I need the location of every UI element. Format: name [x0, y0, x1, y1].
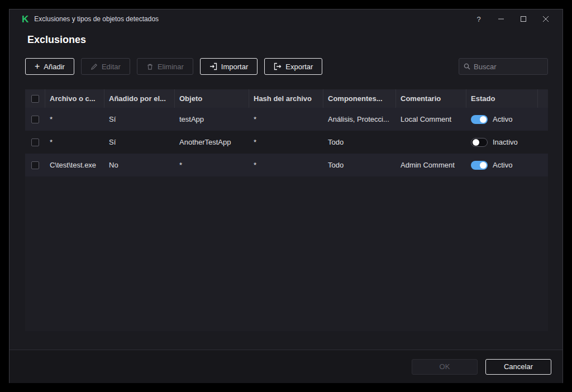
close-icon [543, 16, 549, 22]
maximize-icon [521, 16, 526, 22]
select-all-cell [25, 89, 45, 108]
row-hash: * [249, 138, 323, 146]
row-checkbox[interactable] [31, 116, 39, 123]
row-state-cell: Activo [466, 115, 538, 124]
select-all-checkbox[interactable] [31, 95, 39, 103]
export-button-label: Exportar [285, 63, 313, 71]
page-title: Exclusiones [27, 34, 86, 46]
search-input[interactable] [474, 63, 543, 71]
close-button[interactable] [535, 11, 557, 27]
state-toggle[interactable] [471, 138, 488, 147]
table-row[interactable]: * Sí testApp * Análisis, Protecci... Loc… [25, 108, 548, 131]
row-object: testApp [175, 115, 249, 123]
app-window: K Exclusiones y tipos de objetos detecta… [9, 9, 563, 383]
export-button[interactable]: Exportar [264, 58, 322, 75]
import-button-label: Importar [221, 63, 248, 71]
row-check-cell [25, 138, 45, 146]
col-comment[interactable]: Comentario [396, 89, 466, 108]
table-header: Archivo o c... Añadido por el... Objeto … [25, 89, 548, 108]
add-button-label: Añadir [44, 63, 65, 71]
table-row[interactable]: * Sí AnotherTestApp * Todo Inactivo [25, 131, 548, 154]
delete-button[interactable]: Eliminar [137, 58, 193, 75]
table-body: * Sí testApp * Análisis, Protecci... Loc… [25, 108, 548, 176]
edit-button-label: Editar [102, 63, 121, 71]
help-button[interactable]: ? [468, 11, 490, 27]
row-checkbox[interactable] [31, 161, 39, 169]
col-filler [538, 89, 548, 108]
col-added-by[interactable]: Añadido por el... [104, 89, 175, 108]
col-object[interactable]: Objeto [175, 89, 249, 108]
toolbar: + Añadir Editar Eliminar Importar Expo [25, 58, 548, 75]
col-hash[interactable]: Hash del archivo [249, 89, 323, 108]
kaspersky-logo-icon: K [22, 15, 28, 24]
title-bar: K Exclusiones y tipos de objetos detecta… [9, 9, 563, 28]
row-components: Análisis, Protecci... [323, 115, 396, 123]
row-check-cell [25, 116, 45, 123]
row-object: AnotherTestApp [175, 138, 249, 146]
row-comment: Admin Comment [396, 161, 466, 169]
row-hash: * [249, 115, 323, 123]
row-state-label: Inactivo [493, 138, 518, 146]
maximize-button[interactable] [512, 11, 535, 27]
row-comment: Local Comment [396, 115, 466, 123]
row-hash: * [249, 161, 323, 169]
state-toggle[interactable] [471, 115, 488, 124]
col-file[interactable]: Archivo o c... [45, 89, 104, 108]
row-added: Sí [104, 138, 175, 146]
state-toggle[interactable] [471, 161, 488, 170]
add-button[interactable]: + Añadir [25, 58, 74, 75]
table-row[interactable]: C\test\test.exe No * * Todo Admin Commen… [25, 154, 548, 176]
plus-icon: + [35, 62, 40, 71]
row-file: * [45, 138, 104, 146]
col-components[interactable]: Componentes... [323, 89, 396, 108]
pencil-icon [90, 63, 98, 70]
row-state-label: Activo [493, 115, 512, 123]
minimize-icon [498, 16, 504, 22]
edit-button[interactable]: Editar [81, 58, 130, 75]
row-object: * [175, 161, 249, 169]
row-state-label: Activo [493, 161, 512, 169]
col-state[interactable]: Estado [466, 89, 538, 108]
window-title: Exclusiones y tipos de objetos detectado… [34, 15, 159, 23]
import-icon [209, 63, 217, 70]
footer: OK Cancelar [9, 350, 563, 383]
cancel-button[interactable]: Cancelar [485, 359, 551, 375]
row-file: C\test\test.exe [45, 161, 104, 169]
minimize-button[interactable] [490, 11, 512, 27]
row-checkbox[interactable] [31, 138, 39, 146]
import-button[interactable]: Importar [200, 58, 258, 75]
row-state-cell: Inactivo [466, 138, 538, 147]
row-components: Todo [323, 138, 396, 146]
row-added: Sí [104, 115, 175, 123]
search-icon [464, 63, 470, 70]
row-state-cell: Activo [466, 161, 538, 170]
ok-button[interactable]: OK [412, 359, 478, 375]
row-check-cell [25, 161, 45, 169]
row-added: No [104, 161, 175, 169]
export-icon [274, 63, 282, 70]
trash-icon [146, 63, 154, 70]
row-file: * [45, 115, 104, 123]
search-box[interactable] [459, 58, 548, 75]
delete-button-label: Eliminar [158, 63, 184, 71]
row-components: Todo [323, 161, 396, 169]
exclusions-table: Archivo o c... Añadido por el... Objeto … [25, 89, 548, 331]
